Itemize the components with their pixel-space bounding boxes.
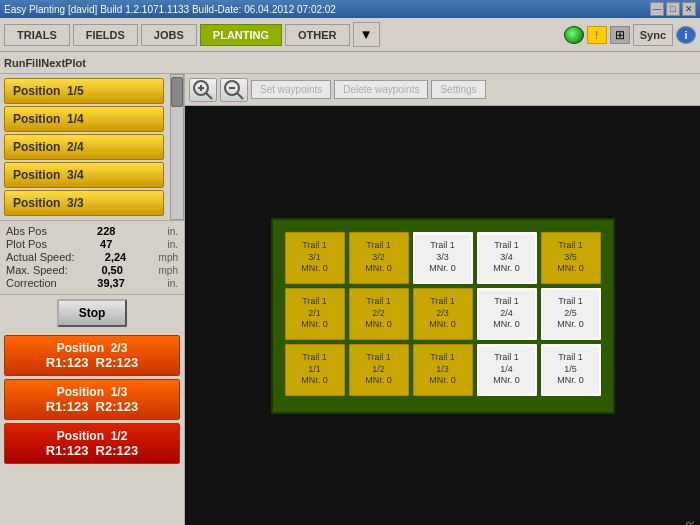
position-2-3-button[interactable]: Position 2/3 R1:123 R2:123 [4,335,180,376]
right-panel: Set waypoints Delete waypoints Settings … [185,74,700,525]
pos-bottom-2-data: R1:123 R2:123 [13,443,171,458]
settings-button[interactable]: Settings [431,80,485,99]
position-1-4-button[interactable]: Position 1/4 [4,106,164,132]
other-button[interactable]: OTHER [285,24,350,46]
max-speed-unit: mph [159,265,178,276]
position-1-5-button[interactable]: Position 1/5 [4,78,164,104]
info-area: Abs Pos 228 in. Plot Pos 47 in. Actual S… [0,220,184,295]
pos-bottom-0-label: Position 2/3 [13,341,171,355]
status-green-indicator [564,26,584,44]
plot-cell-1-1[interactable]: Trail 1 2/2 MNr. 0 [349,288,409,340]
pos-bottom-1-data: R1:123 R2:123 [13,399,171,414]
titlebar: Easy Planting [david] Build 1.2.1071.113… [0,0,700,18]
minimize-button[interactable]: — [650,2,664,16]
map-area: Trail 1 3/1 MNr. 0 Trail 1 3/2 MNr. 0 Tr… [185,106,700,525]
plot-pos-row: Plot Pos 47 in. [6,238,178,250]
max-speed-value: 0,50 [101,264,122,276]
main-content: Position 1/5 Position 1/4 Position 2/4 P… [0,74,700,525]
pos-bottom-2-label: Position 1/2 [13,429,171,443]
actual-speed-label: Actual Speed: [6,251,75,263]
plot-grid: Trail 1 3/1 MNr. 0 Trail 1 3/2 MNr. 0 Tr… [271,218,615,414]
correction-value: 39,37 [97,277,125,289]
positions-bottom: Position 2/3 R1:123 R2:123 Position 1/3 … [0,331,184,525]
window-controls: — □ ✕ [650,2,696,16]
plot-cell-2-2[interactable]: Trail 1 1/3 MNr. 0 [413,344,473,396]
dropdown-button[interactable]: ▼ [353,22,380,47]
abs-pos-value: 228 [97,225,115,237]
plot-row-1: Trail 1 2/1 MNr. 0 Trail 1 2/2 MNr. 0 Tr… [285,288,601,340]
watermark: LINTERSTEIGER [685,521,696,525]
position-1-2-button[interactable]: Position 1/2 R1:123 R2:123 [4,423,180,464]
plot-pos-unit: in. [167,239,178,250]
set-waypoints-button[interactable]: Set waypoints [251,80,331,99]
actual-speed-value: 2,24 [105,251,126,263]
plot-cell-2-0[interactable]: Trail 1 1/1 MNr. 0 [285,344,345,396]
status-label: RunFillNextPlot [4,57,86,69]
trials-button[interactable]: TRIALS [4,24,70,46]
left-panel: Position 1/5 Position 1/4 Position 2/4 P… [0,74,185,525]
zoom-out-button[interactable] [220,78,248,102]
plot-cell-0-3[interactable]: Trail 1 3/4 MNr. 0 [477,232,537,284]
status-bar: RunFillNextPlot [0,52,700,74]
position-1-3-button[interactable]: Position 1/3 R1:123 R2:123 [4,379,180,420]
scrollbar[interactable] [170,74,184,220]
dropdown-arrow-icon: ▼ [360,27,373,42]
max-speed-label: Max. Speed: [6,264,68,276]
menubar: TRIALS FIELDS JOBS PLANTING OTHER ▼ ! ⊞ … [0,18,700,52]
stop-button[interactable]: Stop [57,299,128,327]
grid-icon: ⊞ [610,26,630,44]
status-warning-indicator: ! [587,26,607,44]
plot-cell-2-4[interactable]: Trail 1 1/5 MNr. 0 [541,344,601,396]
plot-row-2: Trail 1 1/1 MNr. 0 Trail 1 1/2 MNr. 0 Tr… [285,344,601,396]
sync-button[interactable]: Sync [633,24,673,46]
zoom-in-button[interactable] [189,78,217,102]
positions-scroll: Position 1/5 Position 1/4 Position 2/4 P… [0,74,184,220]
maximize-button[interactable]: □ [666,2,680,16]
plot-cell-1-4[interactable]: Trail 1 2/5 MNr. 0 [541,288,601,340]
abs-pos-row: Abs Pos 228 in. [6,225,178,237]
plot-cell-1-2[interactable]: Trail 1 2/3 MNr. 0 [413,288,473,340]
correction-unit: in. [167,278,178,289]
positions-top: Position 1/5 Position 1/4 Position 2/4 P… [0,74,168,220]
abs-pos-unit: in. [167,226,178,237]
correction-row: Correction 39,37 in. [6,277,178,289]
plot-pos-label: Plot Pos [6,238,47,250]
actual-speed-row: Actual Speed: 2,24 mph [6,251,178,263]
correction-label: Correction [6,277,57,289]
abs-pos-label: Abs Pos [6,225,47,237]
positions-top-list: Position 1/5 Position 1/4 Position 2/4 P… [0,74,168,220]
max-speed-row: Max. Speed: 0,50 mph [6,264,178,276]
plot-cell-0-1[interactable]: Trail 1 3/2 MNr. 0 [349,232,409,284]
titlebar-title: Easy Planting [david] Build 1.2.1071.113… [4,4,336,15]
plot-pos-value: 47 [100,238,112,250]
info-icon[interactable]: i [676,26,696,44]
pos-bottom-0-data: R1:123 R2:123 [13,355,171,370]
plot-cell-1-0[interactable]: Trail 1 2/1 MNr. 0 [285,288,345,340]
map-toolbar: Set waypoints Delete waypoints Settings [185,74,700,106]
position-3-3-button[interactable]: Position 3/3 [4,190,164,216]
delete-waypoints-button[interactable]: Delete waypoints [334,80,428,99]
plot-cell-0-4[interactable]: Trail 1 3/5 MNr. 0 [541,232,601,284]
plot-cell-2-1[interactable]: Trail 1 1/2 MNr. 0 [349,344,409,396]
position-2-4-button[interactable]: Position 2/4 [4,134,164,160]
svg-line-5 [237,93,243,99]
jobs-button[interactable]: JOBS [141,24,197,46]
actual-speed-unit: mph [159,252,178,263]
position-3-4-button[interactable]: Position 3/4 [4,162,164,188]
scroll-thumb[interactable] [171,77,183,107]
fields-button[interactable]: FIELDS [73,24,138,46]
pos-bottom-1-label: Position 1/3 [13,385,171,399]
planting-button[interactable]: PLANTING [200,24,282,46]
plot-cell-2-3[interactable]: Trail 1 1/4 MNr. 0 [477,344,537,396]
plot-cell-0-2[interactable]: Trail 1 3/3 MNr. 0 [413,232,473,284]
plot-cell-1-3[interactable]: Trail 1 2/4 MNr. 0 [477,288,537,340]
plot-cell-0-0[interactable]: Trail 1 3/1 MNr. 0 [285,232,345,284]
plot-row-0: Trail 1 3/1 MNr. 0 Trail 1 3/2 MNr. 0 Tr… [285,232,601,284]
svg-line-1 [206,93,212,99]
close-button[interactable]: ✕ [682,2,696,16]
stop-button-area: Stop [0,295,184,331]
